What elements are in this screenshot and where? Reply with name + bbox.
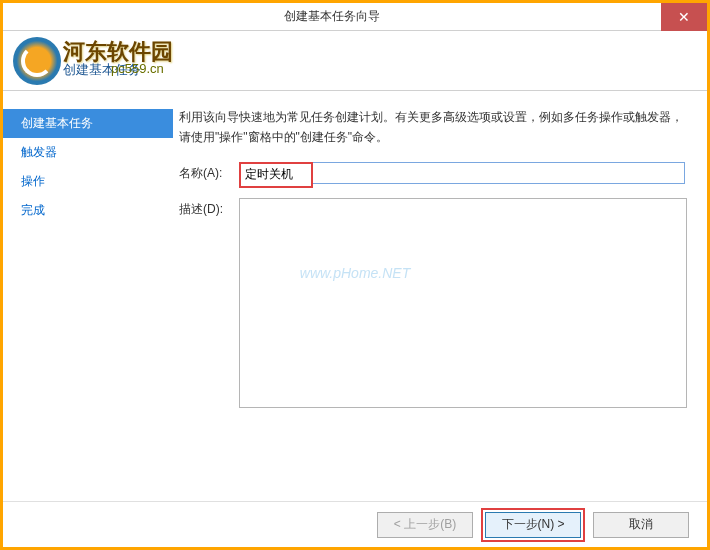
logo-icon [13, 37, 61, 85]
wizard-footer: < 上一步(B) 下一步(N) > 取消 [3, 501, 707, 547]
wizard-header: 河东软件园 创建基本任务 pc559.cn [3, 31, 707, 91]
next-highlight-box: 下一步(N) > [481, 508, 585, 542]
next-button[interactable]: 下一步(N) > [485, 512, 581, 538]
name-input-highlighted[interactable] [241, 164, 311, 186]
sidebar-item-create-task[interactable]: 创建基本任务 [3, 109, 173, 138]
sidebar-item-action[interactable]: 操作 [3, 167, 173, 196]
close-icon: ✕ [678, 9, 690, 25]
instructions-text: 利用该向导快速地为常见任务创建计划。有关更多高级选项或设置，例如多任务操作或触发… [179, 107, 687, 148]
name-input[interactable] [313, 162, 685, 184]
description-textarea[interactable] [239, 198, 687, 408]
wizard-sidebar: 创建基本任务 触发器 操作 完成 [3, 91, 173, 501]
wizard-content: 利用该向导快速地为常见任务创建计划。有关更多高级选项或设置，例如多任务操作或触发… [173, 91, 707, 501]
sidebar-item-trigger[interactable]: 触发器 [3, 138, 173, 167]
name-highlight-box [239, 162, 313, 188]
window-title: 创建基本任务向导 [3, 8, 661, 25]
cancel-button[interactable]: 取消 [593, 512, 689, 538]
name-label: 名称(A): [179, 162, 239, 182]
close-button[interactable]: ✕ [661, 3, 707, 31]
wizard-window: 创建基本任务向导 ✕ 河东软件园 创建基本任务 pc559.cn 创建基本任务 … [0, 0, 710, 550]
sidebar-item-finish[interactable]: 完成 [3, 196, 173, 225]
desc-field-row: 描述(D): [179, 198, 687, 481]
wizard-body: 创建基本任务 触发器 操作 完成 利用该向导快速地为常见任务创建计划。有关更多高… [3, 91, 707, 501]
name-field-row: 名称(A): [179, 162, 687, 188]
desc-label: 描述(D): [179, 198, 239, 218]
back-button: < 上一步(B) [377, 512, 473, 538]
brand-url: pc559.cn [111, 61, 164, 76]
titlebar: 创建基本任务向导 ✕ [3, 3, 707, 31]
